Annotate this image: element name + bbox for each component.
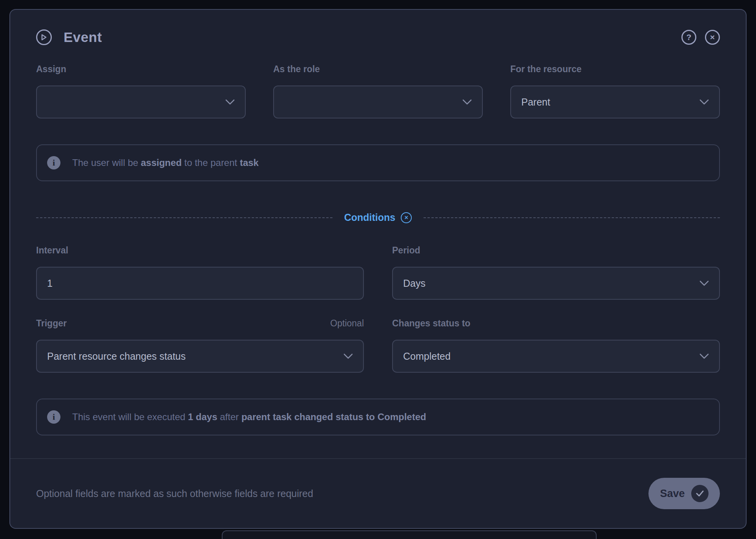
resource-select[interactable]: Parent xyxy=(510,86,720,118)
period-label: Period xyxy=(392,245,720,256)
conditions-divider: Conditions × xyxy=(36,212,720,223)
role-field-group: As the role xyxy=(273,64,483,118)
assign-field-group: Assign xyxy=(36,64,246,118)
changes-status-field-group: Changes status to Completed xyxy=(392,318,720,373)
play-circle-icon xyxy=(36,29,52,45)
close-icon: × xyxy=(710,33,715,42)
assign-info-text: The user will be assigned to the parent … xyxy=(72,157,259,168)
resource-field-group: For the resource Parent xyxy=(510,64,720,118)
chevron-down-icon xyxy=(343,353,353,359)
check-circle-icon xyxy=(691,485,709,502)
role-label: As the role xyxy=(273,64,483,75)
modal-header: Event ? × xyxy=(36,29,720,45)
period-select-value: Days xyxy=(403,278,425,289)
trigger-select-value: Parent resource changes status xyxy=(47,351,186,362)
trigger-select[interactable]: Parent resource changes status xyxy=(36,340,364,373)
assign-info-box: i The user will be assigned to the paren… xyxy=(36,144,720,181)
assign-select[interactable] xyxy=(36,86,246,118)
save-button-label: Save xyxy=(660,488,685,500)
assign-label: Assign xyxy=(36,64,246,75)
divider-dash-right xyxy=(424,217,720,218)
help-button[interactable]: ? xyxy=(681,30,696,45)
interval-field-group: Interval xyxy=(36,245,364,300)
question-icon: ? xyxy=(687,33,692,42)
interval-label: Interval xyxy=(36,245,364,256)
resource-select-value: Parent xyxy=(521,97,550,108)
remove-conditions-button[interactable]: × xyxy=(401,212,412,223)
changes-status-select-value: Completed xyxy=(403,351,451,362)
chevron-down-icon xyxy=(699,353,709,359)
event-modal: Event ? × Assign As the role xyxy=(9,9,747,529)
circle-x-icon: × xyxy=(405,214,408,221)
chevron-down-icon xyxy=(699,99,709,105)
chevron-down-icon xyxy=(699,280,709,286)
save-button[interactable]: Save xyxy=(648,478,720,509)
event-info-box: i This event will be executed 1 days aft… xyxy=(36,399,720,435)
close-button[interactable]: × xyxy=(705,30,720,45)
event-info-text: This event will be executed 1 days after… xyxy=(72,412,426,422)
optional-tag: Optional xyxy=(330,318,364,329)
info-icon: i xyxy=(47,156,60,169)
info-icon: i xyxy=(47,410,60,424)
chevron-down-icon xyxy=(225,99,235,105)
period-select[interactable]: Days xyxy=(392,267,720,300)
trigger-field-group: Trigger Optional Parent resource changes… xyxy=(36,318,364,373)
changes-status-label: Changes status to xyxy=(392,318,720,329)
role-select[interactable] xyxy=(273,86,483,118)
resource-label: For the resource xyxy=(510,64,720,75)
background-card-peek xyxy=(222,530,597,539)
trigger-label: Trigger xyxy=(36,318,67,329)
modal-title: Event xyxy=(64,29,102,45)
interval-input[interactable] xyxy=(36,267,364,300)
modal-footer: Optional fields are marked as such other… xyxy=(10,458,746,528)
conditions-label: Conditions xyxy=(344,212,396,223)
divider-dash-left xyxy=(36,217,332,218)
footer-note: Optional fields are marked as such other… xyxy=(36,488,313,499)
changes-status-select[interactable]: Completed xyxy=(392,340,720,373)
period-field-group: Period Days xyxy=(392,245,720,300)
chevron-down-icon xyxy=(462,99,472,105)
